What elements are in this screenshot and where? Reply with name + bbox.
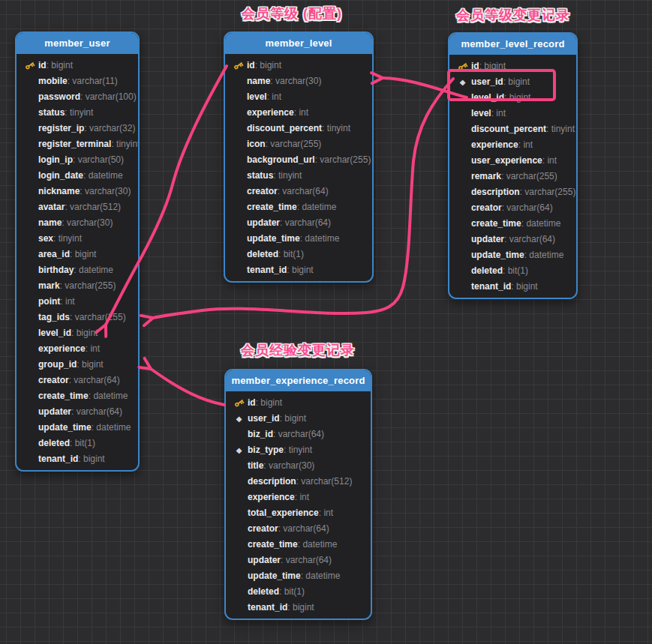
field-row-biz_id[interactable]: biz_id: varchar(64) xyxy=(230,427,368,442)
field-name: tag_ids xyxy=(38,310,70,325)
field-type: : bigint xyxy=(504,90,530,106)
field-row-password[interactable]: password: varchar(100) xyxy=(21,89,135,105)
field-row-name[interactable]: name: varchar(30) xyxy=(230,73,369,89)
field-row-biz_type[interactable]: ◆biz_type: tinyint xyxy=(230,442,368,458)
field-type: : bigint xyxy=(287,262,313,278)
field-row-experience[interactable]: experience: int xyxy=(230,490,368,505)
field-type: : bigint xyxy=(78,451,104,467)
field-type: : datetime xyxy=(297,199,337,215)
field-type: : int xyxy=(295,490,309,505)
field-name: id xyxy=(38,58,47,73)
field-type: : int xyxy=(518,137,533,153)
field-row-user_id[interactable]: ◆user_id: bigint xyxy=(454,74,573,90)
field-type: : varchar(30) xyxy=(270,73,321,89)
field-name: update_time xyxy=(247,231,300,247)
field-row-creator[interactable]: creator: varchar(64) xyxy=(21,373,135,388)
field-row-deleted[interactable]: deleted: bit(1) xyxy=(230,584,368,600)
field-row-remark[interactable]: remark: varchar(255) xyxy=(454,169,573,184)
field-row-id[interactable]: id: bigint xyxy=(230,395,368,411)
field-row-create_time[interactable]: create_time: datetime xyxy=(230,199,369,215)
field-name: creator xyxy=(247,184,278,199)
field-row-login_date[interactable]: login_date: datetime xyxy=(21,168,135,184)
field-row-tenant_id[interactable]: tenant_id: bigint xyxy=(21,451,135,467)
field-row-tenant_id[interactable]: tenant_id: bigint xyxy=(230,600,368,616)
field-row-sex[interactable]: sex: tinyint xyxy=(21,231,135,247)
field-row-login_ip[interactable]: login_ip: varchar(50) xyxy=(21,152,135,168)
field-row-nickname[interactable]: nickname: varchar(30) xyxy=(21,184,135,199)
field-row-background_url[interactable]: background_url: varchar(255) xyxy=(230,152,369,168)
field-row-name[interactable]: name: varchar(30) xyxy=(21,215,135,231)
field-name: user_id xyxy=(248,411,280,427)
field-row-discount_percent[interactable]: discount_percent: tinyint xyxy=(230,121,369,136)
field-row-creator[interactable]: creator: varchar(64) xyxy=(230,184,369,199)
field-row-description[interactable]: description: varchar(255) xyxy=(454,184,573,200)
field-type: : tinyint xyxy=(65,105,93,121)
field-row-creator[interactable]: creator: varchar(64) xyxy=(454,200,573,216)
field-row-register_ip[interactable]: register_ip: varchar(32) xyxy=(21,121,135,136)
field-row-area_id[interactable]: area_id: bigint xyxy=(21,247,135,262)
field-row-user_experience[interactable]: user_experience: int xyxy=(454,153,573,169)
field-row-updater[interactable]: updater: varchar(64) xyxy=(454,232,573,247)
field-name: experience xyxy=(247,105,294,121)
table-title-member-level[interactable]: member_level xyxy=(225,33,372,54)
table-title-member-level-record[interactable]: member_level_record xyxy=(449,34,576,55)
field-row-update_time[interactable]: update_time: datetime xyxy=(230,568,368,584)
field-name: deleted xyxy=(471,263,503,279)
field-type: : varchar(255) xyxy=(315,152,371,168)
field-row-updater[interactable]: updater: varchar(64) xyxy=(230,215,369,231)
field-row-tag_ids[interactable]: tag_ids: varchar(255) xyxy=(21,310,135,325)
field-name: create_time xyxy=(471,216,521,232)
field-row-creator[interactable]: creator: varchar(64) xyxy=(230,521,368,537)
field-type: : varchar(64) xyxy=(280,215,331,231)
field-row-deleted[interactable]: deleted: bit(1) xyxy=(454,263,573,279)
field-row-create_time[interactable]: create_time: datetime xyxy=(21,388,135,404)
field-row-experience[interactable]: experience: int xyxy=(230,105,369,121)
field-row-id[interactable]: id: bigint xyxy=(230,58,369,73)
field-row-id[interactable]: id: bigint xyxy=(454,58,573,74)
field-row-updater[interactable]: updater: varchar(64) xyxy=(21,404,135,420)
field-row-register_terminal[interactable]: register_terminal: tinyint xyxy=(21,136,135,152)
field-row-create_time[interactable]: create_time: datetime xyxy=(454,216,573,232)
field-row-id[interactable]: id: bigint xyxy=(21,58,135,73)
field-row-point[interactable]: point: int xyxy=(21,294,135,310)
field-row-experience[interactable]: experience: int xyxy=(454,137,573,153)
field-name: remark xyxy=(471,169,501,184)
field-row-create_time[interactable]: create_time: datetime xyxy=(230,537,368,553)
field-row-level_id[interactable]: level_id: bigint xyxy=(21,325,135,341)
field-row-avatar[interactable]: avatar: varchar(512) xyxy=(21,199,135,215)
field-row-tenant_id[interactable]: tenant_id: bigint xyxy=(230,262,369,278)
field-row-update_time[interactable]: update_time: datetime xyxy=(454,247,573,263)
table-member-experience-record[interactable]: member_experience_record id: bigint◆user… xyxy=(224,369,372,620)
field-row-level_id[interactable]: level_id: bigint xyxy=(454,90,573,106)
field-row-description[interactable]: description: varchar(512) xyxy=(230,474,368,490)
table-title-member-experience-record[interactable]: member_experience_record xyxy=(226,370,371,391)
field-row-level[interactable]: level: int xyxy=(454,106,573,121)
table-member-user[interactable]: member_user id: bigintmobile: varchar(11… xyxy=(15,31,140,472)
field-row-mark[interactable]: mark: varchar(255) xyxy=(21,278,135,294)
field-type: : varchar(64) xyxy=(502,200,553,216)
field-row-experience[interactable]: experience: int xyxy=(21,341,135,357)
field-row-update_time[interactable]: update_time: datetime xyxy=(21,420,135,436)
table-member-level[interactable]: member_level id: bigintname: varchar(30)… xyxy=(224,31,374,283)
field-row-total_experience[interactable]: total_experience: int xyxy=(230,505,368,521)
field-row-tenant_id[interactable]: tenant_id: bigint xyxy=(454,279,573,295)
field-row-group_id[interactable]: group_id: bigint xyxy=(21,357,135,373)
field-row-deleted[interactable]: deleted: bit(1) xyxy=(21,436,135,451)
field-row-deleted[interactable]: deleted: bit(1) xyxy=(230,247,369,262)
field-row-icon[interactable]: icon: varchar(255) xyxy=(230,136,369,152)
table-title-member-user[interactable]: member_user xyxy=(17,33,138,54)
field-row-birthday[interactable]: birthday: datetime xyxy=(21,262,135,278)
field-row-status[interactable]: status: tinyint xyxy=(21,105,135,121)
field-row-title[interactable]: title: varchar(30) xyxy=(230,458,368,474)
field-row-discount_percent[interactable]: discount_percent: tinyint xyxy=(454,121,573,137)
field-name: discount_percent xyxy=(471,121,546,137)
field-name: updater xyxy=(248,553,281,568)
field-row-update_time[interactable]: update_time: datetime xyxy=(230,231,369,247)
table-member-level-record[interactable]: member_level_record id: bigint◆user_id: … xyxy=(448,32,578,299)
field-row-mobile[interactable]: mobile: varchar(11) xyxy=(21,73,135,89)
field-row-user_id[interactable]: ◆user_id: bigint xyxy=(230,411,368,427)
field-row-status[interactable]: status: tinyint xyxy=(230,168,369,184)
field-row-updater[interactable]: updater: varchar(64) xyxy=(230,553,368,568)
field-name: updater xyxy=(247,215,280,231)
field-row-level[interactable]: level: int xyxy=(230,89,369,105)
